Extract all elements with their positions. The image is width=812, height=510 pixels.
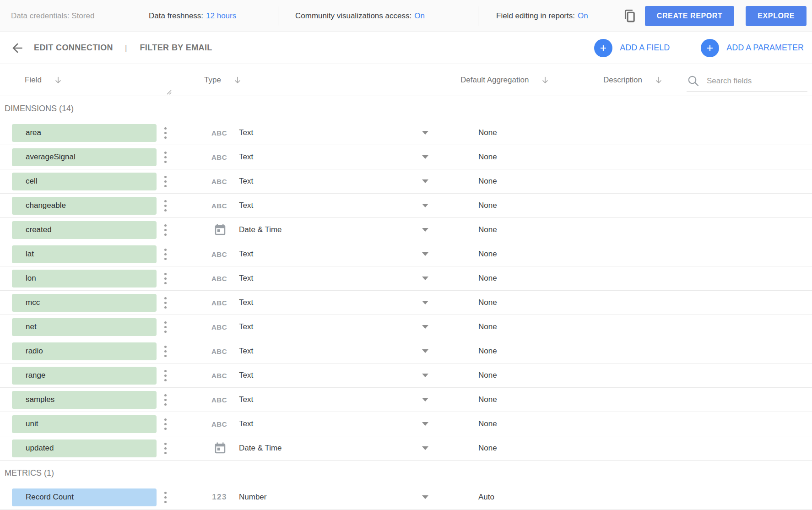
- data-freshness-value[interactable]: 12 hours: [206, 11, 236, 21]
- description-cell[interactable]: [576, 145, 812, 169]
- aggregation-select[interactable]: None: [434, 347, 576, 356]
- type-select[interactable]: Text: [228, 322, 434, 331]
- field-column-header[interactable]: Field: [25, 76, 63, 85]
- column-resize-handle[interactable]: [165, 88, 172, 95]
- type-select[interactable]: Text: [228, 177, 434, 186]
- aggregation-select[interactable]: None: [434, 128, 576, 137]
- type-select[interactable]: Text: [228, 274, 434, 283]
- type-select[interactable]: Text: [228, 201, 434, 210]
- description-cell[interactable]: [576, 242, 812, 266]
- aggregation-select[interactable]: None: [434, 371, 576, 380]
- description-cell[interactable]: [576, 412, 812, 436]
- type-select[interactable]: Text: [228, 395, 434, 404]
- aggregation-select[interactable]: None: [434, 444, 576, 453]
- field-options-menu-button[interactable]: [157, 245, 174, 263]
- type-select[interactable]: Text: [228, 128, 434, 137]
- create-report-button[interactable]: CREATE REPORT: [645, 6, 735, 26]
- type-select[interactable]: Date & Time: [228, 444, 434, 453]
- field-name-pill[interactable]: range: [12, 367, 157, 385]
- aggregation-select[interactable]: None: [434, 322, 576, 331]
- field-name-pill[interactable]: cell: [12, 173, 157, 190]
- explore-button[interactable]: EXPLORE: [746, 6, 807, 26]
- field-name-pill[interactable]: updated: [12, 439, 157, 457]
- type-label: Text: [239, 371, 422, 380]
- field-options-menu-button[interactable]: [157, 221, 174, 239]
- add-field-button[interactable]: ADD A FIELD: [594, 39, 670, 57]
- field-options-menu-button[interactable]: [157, 270, 174, 288]
- description-cell[interactable]: [576, 169, 812, 193]
- aggregation-value: None: [478, 444, 497, 452]
- type-select[interactable]: Text: [228, 298, 434, 307]
- edit-connection-button[interactable]: EDIT CONNECTION: [34, 43, 113, 53]
- description-cell[interactable]: [576, 194, 812, 217]
- field-name-pill[interactable]: net: [12, 318, 157, 336]
- field-name-pill[interactable]: averageSignal: [12, 148, 157, 166]
- field-options-menu-button[interactable]: [157, 294, 174, 312]
- type-select[interactable]: Text: [228, 419, 434, 429]
- field-name-pill[interactable]: lat: [12, 245, 157, 263]
- description-cell[interactable]: [576, 339, 812, 363]
- aggregation-select[interactable]: None: [434, 298, 576, 307]
- filter-by-email-button[interactable]: FILTER BY EMAIL: [140, 43, 212, 53]
- aggregation-select[interactable]: None: [434, 201, 576, 210]
- type-column-header[interactable]: Type: [204, 76, 242, 85]
- back-button[interactable]: [10, 41, 25, 55]
- dropdown-arrow-icon: [422, 398, 428, 401]
- field-options-menu-button[interactable]: [157, 124, 174, 142]
- field-name-pill[interactable]: area: [12, 124, 157, 142]
- field-options-menu-button[interactable]: [157, 342, 174, 360]
- field-name-pill[interactable]: created: [12, 221, 157, 239]
- type-select[interactable]: Text: [228, 152, 434, 162]
- field-options-menu-button[interactable]: [157, 197, 174, 215]
- field-name-pill[interactable]: radio: [12, 342, 157, 360]
- description-cell[interactable]: [576, 218, 812, 242]
- field-options-menu-button[interactable]: [157, 148, 174, 166]
- aggregation-column-header[interactable]: Default Aggregation: [460, 76, 550, 85]
- section-rows: area ABC Text None averageSignal AB: [0, 121, 812, 461]
- field-options-menu-button[interactable]: [157, 488, 174, 506]
- description-cell[interactable]: [576, 436, 812, 460]
- search-fields-input[interactable]: [706, 76, 807, 86]
- type-select[interactable]: Text: [228, 371, 434, 380]
- type-select[interactable]: Date & Time: [228, 225, 434, 234]
- aggregation-select[interactable]: None: [434, 177, 576, 186]
- description-cell[interactable]: [576, 485, 812, 509]
- field-name-pill[interactable]: Record Count: [12, 488, 157, 506]
- description-cell[interactable]: [576, 364, 812, 387]
- community-visualizations-value[interactable]: On: [414, 11, 425, 21]
- description-cell[interactable]: [576, 388, 812, 412]
- type-select[interactable]: Text: [228, 250, 434, 259]
- add-parameter-button[interactable]: ADD A PARAMETER: [701, 39, 804, 57]
- field-name-pill[interactable]: changeable: [12, 197, 157, 215]
- aggregation-select[interactable]: None: [434, 419, 576, 429]
- copy-datasource-button[interactable]: [621, 8, 638, 24]
- field-options-menu-button[interactable]: [157, 173, 174, 190]
- field-name-cell: averageSignal: [0, 148, 157, 166]
- dropdown-arrow-icon: [422, 349, 428, 353]
- field-options-menu-button[interactable]: [157, 318, 174, 336]
- type-label: Text: [239, 152, 422, 162]
- field-options-menu-button[interactable]: [157, 439, 174, 457]
- description-cell[interactable]: [576, 291, 812, 315]
- type-select[interactable]: Number: [228, 493, 434, 502]
- field-options-menu-button[interactable]: [157, 367, 174, 385]
- aggregation-select[interactable]: None: [434, 274, 576, 283]
- description-cell[interactable]: [576, 121, 812, 145]
- aggregation-select[interactable]: None: [434, 225, 576, 234]
- type-select[interactable]: Text: [228, 347, 434, 356]
- kebab-dot: [164, 394, 167, 396]
- aggregation-select[interactable]: None: [434, 250, 576, 259]
- field-editing-value[interactable]: On: [578, 11, 588, 21]
- aggregation-select[interactable]: None: [434, 152, 576, 162]
- field-name-pill[interactable]: mcc: [12, 294, 157, 312]
- aggregation-select[interactable]: Auto: [434, 493, 576, 502]
- field-name-pill[interactable]: unit: [12, 415, 157, 433]
- field-name-pill[interactable]: samples: [12, 391, 157, 409]
- description-cell[interactable]: [576, 266, 812, 290]
- description-cell[interactable]: [576, 315, 812, 339]
- field-options-menu-button[interactable]: [157, 391, 174, 409]
- aggregation-select[interactable]: None: [434, 395, 576, 404]
- field-name-pill[interactable]: lon: [12, 270, 157, 288]
- field-options-menu-button[interactable]: [157, 415, 174, 433]
- description-column-header[interactable]: Description: [603, 76, 663, 85]
